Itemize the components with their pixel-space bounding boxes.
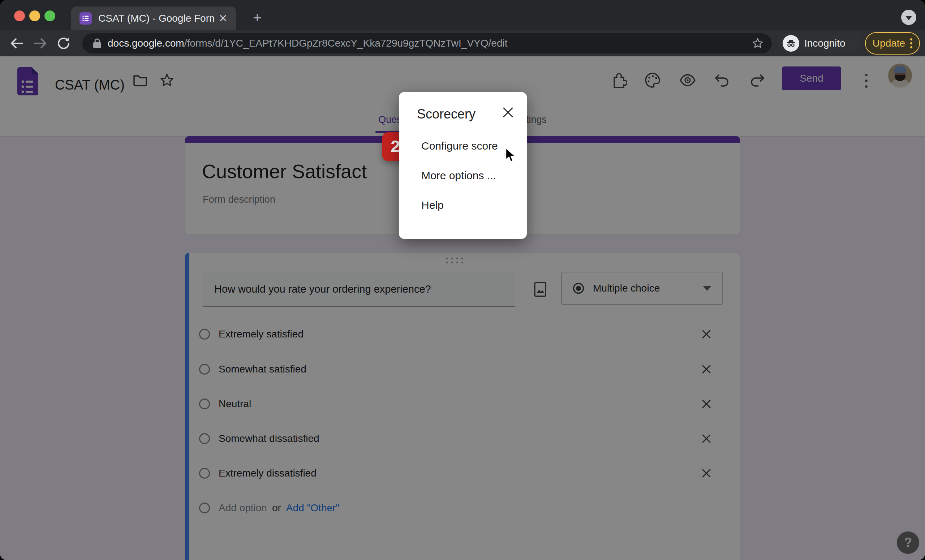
new-tab-button[interactable]: + [251, 12, 264, 24]
menu-item-configure-score[interactable]: Configure score [421, 140, 515, 152]
scorecery-dialog: Scorecery Configure score More options .… [399, 92, 527, 239]
tab-search-button[interactable] [901, 10, 916, 25]
chevron-down-icon [905, 16, 912, 20]
tab-title: CSAT (MC) - Google Forms [98, 13, 214, 24]
url-bar[interactable]: docs.google.com/forms/d/1YC_EAPt7KHDGpZr… [82, 33, 772, 53]
menu-item-more-options[interactable]: More options ... [421, 169, 515, 182]
back-button[interactable] [8, 35, 25, 52]
browser-toolbar: docs.google.com/forms/d/1YC_EAPt7KHDGpZr… [0, 30, 925, 56]
lock-icon [92, 38, 102, 49]
browser-tab-strip: CSAT (MC) - Google Forms ✕ + [0, 0, 925, 30]
reload-button[interactable] [55, 35, 72, 52]
url-path: /forms/d/1YC_EAPt7KHDGpZr8CexcY_Kka729u9… [184, 38, 508, 49]
browser-tab[interactable]: CSAT (MC) - Google Forms ✕ [71, 6, 236, 30]
close-window-button[interactable] [14, 11, 25, 21]
menu-item-help[interactable]: Help [421, 199, 515, 211]
dialog-title: Scorecery [417, 107, 476, 122]
browser-window: CSAT (MC) - Google Forms ✕ + docs.google… [0, 0, 925, 560]
tab-close-icon[interactable]: ✕ [218, 13, 227, 24]
url-text: docs.google.com/forms/d/1YC_EAPt7KHDGpZr… [108, 38, 508, 49]
incognito-label: Incognito [804, 38, 845, 49]
url-host: docs.google.com [108, 38, 184, 49]
forward-button[interactable] [32, 35, 49, 52]
update-label: Update [872, 38, 905, 49]
browser-menu-icon[interactable] [910, 38, 912, 48]
minimize-window-button[interactable] [29, 11, 40, 21]
bookmark-star-icon[interactable] [752, 37, 764, 50]
close-icon[interactable] [502, 106, 515, 119]
google-forms-favicon [80, 12, 92, 24]
incognito-badge: Incognito [779, 33, 862, 54]
incognito-icon [783, 35, 799, 52]
zoom-window-button[interactable] [44, 11, 55, 21]
update-button[interactable]: Update [865, 32, 920, 54]
mouse-cursor [505, 148, 520, 163]
